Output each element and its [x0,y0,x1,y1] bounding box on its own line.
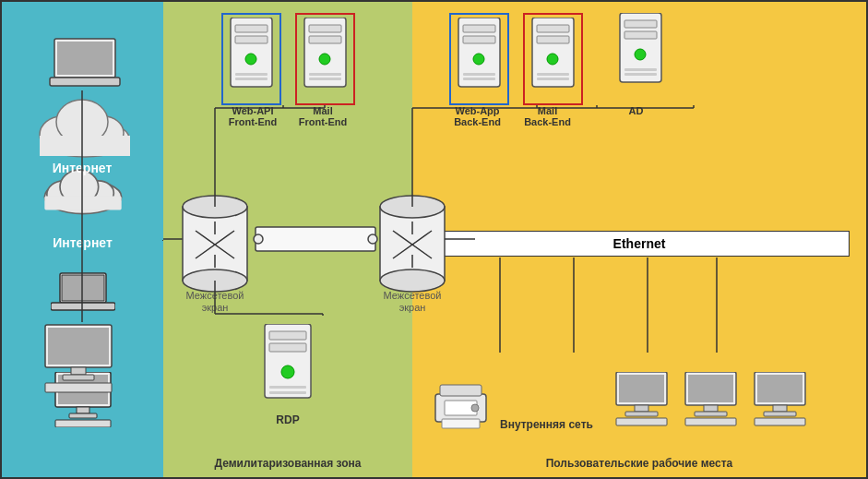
mail-backend-label: MailBack-End [519,105,576,127]
svg-rect-27 [269,343,306,352]
svg-rect-65 [757,375,803,402]
zone-internal: Web-AppBack-End MailBack-End AD Ethernet [412,2,866,477]
svg-rect-6 [62,275,104,301]
svg-rect-67 [764,412,796,416]
svg-rect-35 [463,73,495,76]
internet-label: Интернет [53,235,113,250]
svg-rect-15 [235,36,268,43]
workstations-area: Внутренняя сеть [431,372,857,431]
network-diagram: Интернет [0,0,868,479]
ad-server [615,13,666,96]
mail-frontend-label: MailFront-End [295,105,351,127]
svg-rect-68 [755,418,805,425]
svg-rect-50 [440,385,482,396]
webapp-backend-server [449,13,509,105]
dmz-zone-label: Демилитаризованная зона [214,457,361,470]
svg-rect-12 [55,420,111,427]
workstation-2 [681,372,741,431]
svg-rect-18 [235,78,268,80]
workstation-3 [750,372,810,431]
svg-rect-60 [688,375,733,402]
ethernet-bar: Ethernet [429,231,850,257]
svg-point-40 [547,54,558,65]
internal-net-label: Внутренняя сеть [500,418,593,431]
mail-backend-server [523,13,583,105]
svg-rect-29 [269,386,306,389]
svg-rect-30 [269,391,306,394]
internal-zone-label: Пользовательские рабочие места [546,457,733,470]
ad-label: AD [608,105,664,127]
svg-rect-42 [537,78,569,80]
svg-rect-63 [685,418,736,425]
svg-rect-24 [309,78,341,80]
svg-rect-11 [69,413,97,418]
printer-icon [431,380,491,431]
workstation-1 [612,372,672,431]
svg-rect-44 [624,20,657,28]
svg-rect-58 [616,418,667,425]
svg-rect-4 [44,196,121,210]
svg-rect-41 [537,73,569,76]
svg-rect-32 [463,25,495,32]
rdp-label: RDP [276,413,299,426]
svg-rect-26 [269,331,306,340]
svg-rect-23 [309,73,341,76]
svg-rect-21 [309,36,341,43]
svg-point-52 [471,404,479,412]
mail-frontend-server [295,13,355,105]
svg-rect-53 [442,419,480,428]
svg-rect-14 [235,25,268,32]
cloud-icon [37,162,129,217]
svg-rect-38 [537,25,569,32]
laptop-icon [51,269,115,318]
dmz-server-labels: Web-API Front-End MailFront-End [225,105,351,127]
svg-rect-20 [309,25,341,32]
svg-point-28 [281,365,294,378]
svg-rect-45 [624,31,657,39]
ethernet-label: Ethernet [613,236,666,251]
webapi-frontend-server [221,13,281,105]
svg-point-16 [245,54,256,65]
svg-rect-48 [624,73,657,76]
svg-point-46 [635,49,646,60]
rdp-server: RDP [260,324,315,426]
webapi-frontend-label: Web-API Front-End [225,105,281,127]
internal-net-area: Внутренняя сеть [500,418,593,431]
svg-rect-61 [704,405,718,412]
svg-rect-56 [635,405,648,412]
svg-rect-55 [619,375,664,402]
svg-point-22 [319,54,330,65]
svg-rect-39 [537,36,569,43]
desktop-pc-icon [51,372,115,431]
svg-rect-9 [58,375,108,404]
svg-rect-62 [695,412,727,416]
svg-rect-17 [235,73,268,76]
svg-rect-7 [51,303,115,310]
svg-rect-57 [625,412,658,416]
svg-rect-10 [77,407,89,413]
svg-rect-36 [463,78,495,80]
zone-dmz: Web-API Front-End MailFront-End RDP Деми… [163,2,412,477]
internal-server-labels: Web-AppBack-End MailBack-End AD [449,105,866,127]
svg-point-34 [473,54,484,65]
svg-rect-66 [773,405,787,412]
svg-rect-33 [463,36,495,43]
dmz-servers [221,13,355,105]
internal-servers [449,13,866,105]
webapp-backend-label: Web-AppBack-End [449,105,505,127]
zone-internet: Интернет [2,2,163,477]
svg-rect-47 [624,68,657,71]
